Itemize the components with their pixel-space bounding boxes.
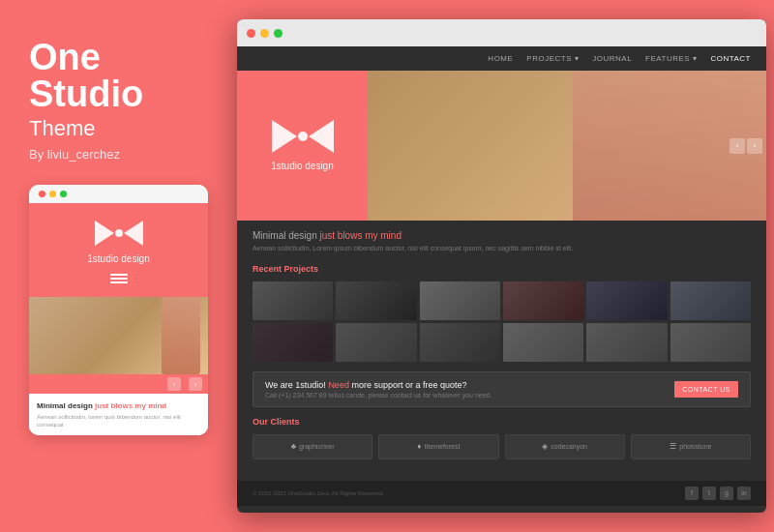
browser-dot-green bbox=[274, 29, 283, 38]
themeforest-icon: ♦ bbox=[417, 442, 421, 451]
nav-features[interactable]: FEATURES ▾ bbox=[645, 54, 697, 63]
client-photodune[interactable]: ☰ photodune bbox=[631, 434, 751, 459]
mobile-dot-red bbox=[39, 191, 45, 197]
mobile-arrows: ‹ › bbox=[29, 374, 208, 394]
site-hero: 1studio design › ‹ bbox=[237, 71, 766, 221]
title-theme: Theme bbox=[29, 116, 95, 141]
mobile-topbar bbox=[29, 185, 208, 203]
cta-text: We are 1studio! Need more support or a f… bbox=[265, 380, 491, 390]
mobile-heading: Minimal design just blows my mind bbox=[37, 401, 200, 410]
mobile-hero-section: 1studio design bbox=[29, 203, 208, 297]
tagline-normal: Minimal design bbox=[253, 230, 319, 241]
cta-text-normal2: more support or a free quote? bbox=[349, 380, 467, 390]
footer-copyright: © 2010-2022 OneStudio Zero. All Rights R… bbox=[253, 490, 384, 496]
menu-bar-2 bbox=[110, 278, 128, 280]
project-thumb-8[interactable] bbox=[336, 323, 416, 362]
nav-home[interactable]: HOME bbox=[488, 54, 513, 63]
nav-projects[interactable]: PROJECTS ▾ bbox=[526, 54, 579, 63]
bowtie-icon-large bbox=[272, 120, 334, 153]
project-thumb-4[interactable] bbox=[503, 281, 583, 320]
graphicriver-label: graphicriver bbox=[299, 443, 335, 450]
project-thumb-5[interactable] bbox=[586, 281, 667, 320]
mobile-preview: 1studio design ‹ › Minimal design just b… bbox=[29, 185, 208, 435]
cta-banner: We are 1studio! Need more support or a f… bbox=[253, 371, 751, 407]
project-thumb-7[interactable] bbox=[253, 323, 333, 362]
projects-grid bbox=[253, 281, 751, 362]
photodune-icon: ☰ bbox=[670, 442, 676, 451]
cta-contact-button[interactable]: CONTACT US bbox=[674, 381, 738, 398]
site-tagline: Minimal design just blows my mind bbox=[253, 230, 751, 241]
svg-marker-3 bbox=[272, 120, 297, 153]
project-thumb-2[interactable] bbox=[336, 281, 416, 320]
bowtie-icon-mobile bbox=[95, 221, 143, 246]
browser-dot-yellow bbox=[260, 29, 269, 38]
svg-marker-0 bbox=[95, 221, 114, 246]
social-googleplus[interactable]: g bbox=[720, 487, 733, 500]
project-thumb-9[interactable] bbox=[420, 323, 500, 362]
photodune-label: photodune bbox=[679, 443, 711, 450]
hero-image: › ‹ bbox=[368, 71, 766, 221]
social-twitter[interactable]: t bbox=[702, 487, 716, 500]
menu-bar-3 bbox=[110, 281, 128, 283]
nav-contact[interactable]: CONTACT bbox=[710, 54, 751, 63]
project-thumb-6[interactable] bbox=[670, 281, 751, 320]
mobile-hamburger[interactable] bbox=[110, 274, 128, 283]
site-main: Minimal design just blows my mind Aenean… bbox=[237, 221, 766, 481]
hero-brand-text: 1studio design bbox=[271, 161, 334, 171]
hero-logo-box: 1studio design bbox=[237, 71, 368, 221]
clients-title: Our Clients bbox=[253, 417, 751, 427]
mobile-dot-yellow bbox=[49, 191, 56, 197]
site-description: Aenean sollicitudin, Lorem ipsum bibendu… bbox=[253, 244, 751, 254]
menu-bar-1 bbox=[110, 274, 128, 276]
graphicriver-icon: ♣ bbox=[291, 442, 296, 451]
recent-projects-title: Recent Projects bbox=[253, 264, 751, 274]
mobile-next-arrow[interactable]: › bbox=[189, 377, 202, 391]
client-graphicriver[interactable]: ♣ graphicriver bbox=[253, 434, 372, 459]
mobile-girl-image bbox=[162, 297, 200, 374]
mobile-dot-green bbox=[60, 191, 67, 197]
hero-next-arrow[interactable]: › bbox=[747, 138, 762, 154]
mobile-heading-coral: just blows my mind bbox=[95, 401, 166, 410]
client-themeforest[interactable]: ♦ themeforest bbox=[378, 434, 498, 459]
svg-marker-4 bbox=[309, 120, 334, 153]
cta-text-normal: We are 1studio! bbox=[265, 380, 328, 390]
codecanyon-icon: ◈ bbox=[542, 442, 548, 451]
themeforest-label: themeforest bbox=[424, 443, 460, 450]
browser-window: HOME PROJECTS ▾ JOURNAL FEATURES ▾ CONTA… bbox=[237, 19, 766, 513]
project-thumb-10[interactable] bbox=[503, 323, 583, 362]
social-linkedin[interactable]: in bbox=[737, 487, 751, 500]
by-line: By liviu_cerchez bbox=[29, 147, 120, 162]
client-codecanyon[interactable]: ◈ codecanyon bbox=[505, 434, 625, 459]
nav-journal[interactable]: JOURNAL bbox=[592, 54, 632, 63]
browser-topbar bbox=[237, 19, 766, 46]
svg-marker-1 bbox=[124, 221, 143, 246]
svg-point-5 bbox=[298, 132, 308, 141]
cta-sub-text: Call (+1) 234 567 89 tellus cande, pleas… bbox=[265, 392, 491, 399]
footer-social: f t g in bbox=[685, 487, 751, 500]
mobile-body-text: Aenean sollicitudin, lorem quis bibendum… bbox=[37, 413, 200, 429]
site-nav: HOME PROJECTS ▾ JOURNAL FEATURES ▾ CONTA… bbox=[237, 46, 766, 71]
tagline-coral: just blows my mind bbox=[319, 230, 401, 241]
project-thumb-11[interactable] bbox=[586, 323, 667, 362]
clients-row: ♣ graphicriver ♦ themeforest ◈ codecanyo… bbox=[253, 434, 751, 459]
cta-left: We are 1studio! Need more support or a f… bbox=[265, 380, 491, 399]
left-panel: One Studio Theme By liviu_cerchez 1studi… bbox=[0, 0, 237, 532]
cta-text-coral: Need bbox=[328, 380, 349, 390]
browser-content[interactable]: HOME PROJECTS ▾ JOURNAL FEATURES ▾ CONTA… bbox=[237, 46, 766, 513]
svg-point-2 bbox=[115, 229, 123, 237]
mobile-brand-text: 1studio design bbox=[87, 253, 150, 264]
project-thumb-1[interactable] bbox=[253, 281, 333, 320]
browser-dot-red bbox=[247, 29, 255, 38]
hero-prev-arrow[interactable]: ‹ bbox=[729, 138, 745, 154]
mobile-content: Minimal design just blows my mind Aenean… bbox=[29, 394, 208, 435]
mobile-hero-image bbox=[29, 297, 208, 374]
mobile-heading-normal: Minimal design bbox=[37, 401, 95, 410]
site-footer: © 2010-2022 OneStudio Zero. All Rights R… bbox=[237, 481, 766, 506]
codecanyon-label: codecanyon bbox=[551, 443, 587, 450]
mobile-prev-arrow[interactable]: ‹ bbox=[167, 377, 181, 391]
title-one: One bbox=[29, 39, 101, 75]
project-thumb-12[interactable] bbox=[670, 323, 751, 362]
project-thumb-3[interactable] bbox=[420, 281, 500, 320]
title-studio: Studio bbox=[29, 75, 143, 112]
social-facebook[interactable]: f bbox=[685, 487, 699, 500]
